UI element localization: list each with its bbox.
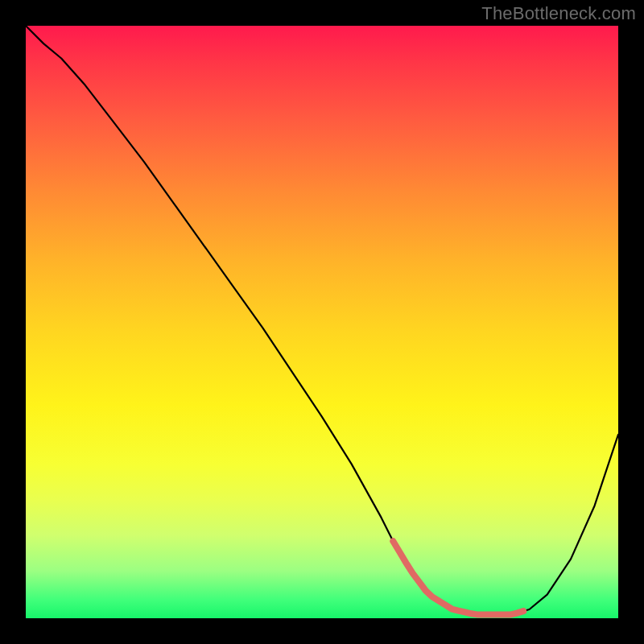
watermark-text: TheBottleneck.com xyxy=(481,3,636,24)
chart-frame: TheBottleneck.com xyxy=(0,0,644,644)
curve-line xyxy=(26,26,618,615)
plot-area xyxy=(26,26,618,618)
chart-svg xyxy=(26,26,618,618)
valley-band xyxy=(393,541,523,614)
